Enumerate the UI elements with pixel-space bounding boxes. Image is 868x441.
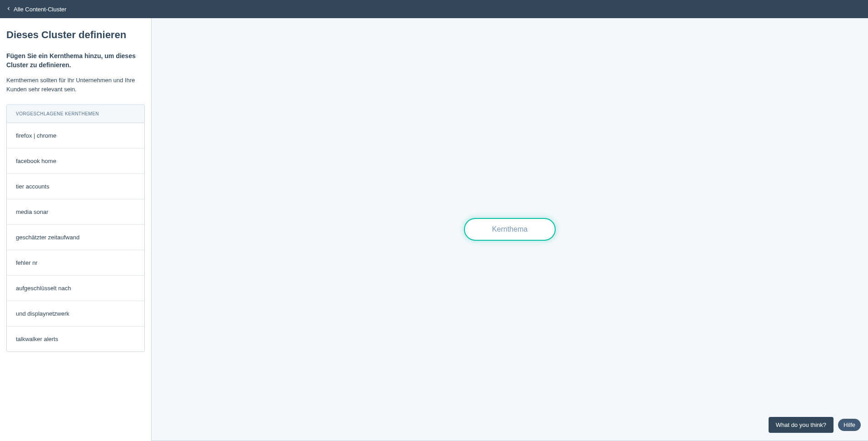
sidebar-description: Kernthemen sollten für Ihr Unternehmen u… [6, 76, 145, 94]
content-area: Kernthema [152, 18, 868, 441]
suggestion-item[interactable]: fehler nr [7, 250, 144, 276]
back-to-clusters-link[interactable]: Alle Content-Cluster [5, 5, 66, 13]
page-title: Dieses Cluster definieren [6, 29, 145, 41]
sidebar: Dieses Cluster definieren Fügen Sie ein … [0, 18, 152, 441]
bottom-widgets: What do you think? Hilfe [769, 417, 861, 433]
suggestion-item[interactable]: aufgeschlüsselt nach [7, 276, 144, 301]
core-topic-input[interactable]: Kernthema [464, 218, 556, 241]
suggestion-item[interactable]: geschätzter zeitaufwand [7, 225, 144, 250]
suggestion-item[interactable]: tier accounts [7, 174, 144, 199]
feedback-button[interactable]: What do you think? [769, 417, 833, 433]
chevron-left-icon [5, 5, 12, 13]
suggestions-container: VORGESCHLAGENE KERNTHEMEN firefox | chro… [6, 104, 145, 352]
header-bar: Alle Content-Cluster [0, 0, 868, 18]
suggestions-header: VORGESCHLAGENE KERNTHEMEN [7, 105, 144, 123]
suggestion-item[interactable]: firefox | chrome [7, 123, 144, 149]
suggestion-item[interactable]: media sonar [7, 199, 144, 225]
help-button[interactable]: Hilfe [838, 419, 861, 431]
main-container: Dieses Cluster definieren Fügen Sie ein … [0, 18, 868, 441]
back-link-label: Alle Content-Cluster [14, 6, 66, 13]
suggestion-item[interactable]: talkwalker alerts [7, 327, 144, 352]
suggestion-item[interactable]: und displaynetzwerk [7, 301, 144, 327]
sidebar-subtitle: Fügen Sie ein Kernthema hinzu, um dieses… [6, 52, 145, 69]
suggestion-item[interactable]: facebook home [7, 149, 144, 174]
